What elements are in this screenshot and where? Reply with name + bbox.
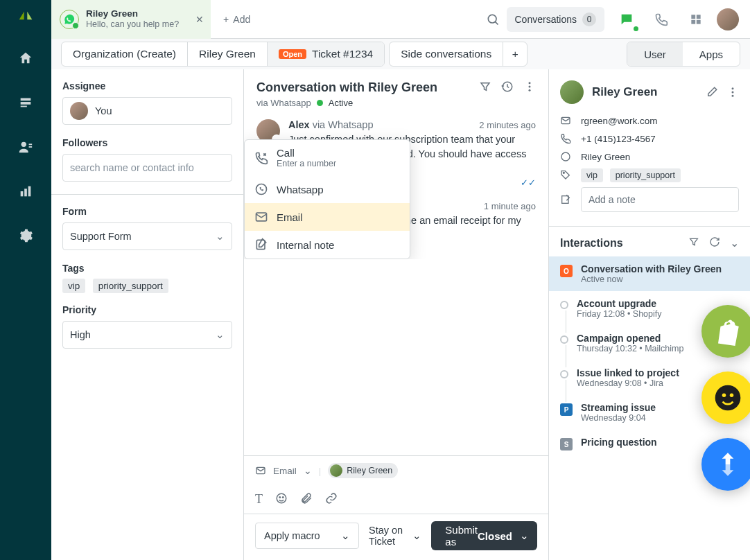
svg-rect-11 bbox=[697, 15, 701, 19]
reply-channel[interactable]: Email bbox=[273, 466, 297, 476]
phone-icon bbox=[560, 133, 573, 144]
conversations-dropdown[interactable]: Conversations 0 bbox=[507, 7, 605, 32]
svg-point-16 bbox=[529, 89, 531, 91]
nav-home[interactable] bbox=[12, 44, 40, 72]
email-icon bbox=[255, 465, 266, 476]
chevron-down-icon[interactable]: ⌄ bbox=[304, 465, 312, 476]
tab-apps[interactable]: Apps bbox=[683, 42, 740, 66]
tag-icon bbox=[560, 169, 573, 180]
tag-item[interactable]: vip bbox=[581, 168, 603, 182]
apply-macro-select[interactable]: Apply macro ⌄ bbox=[255, 523, 359, 549]
nav-customers[interactable] bbox=[12, 133, 40, 161]
chevron-down-icon[interactable]: ⌄ bbox=[730, 236, 739, 250]
svg-point-31 bbox=[715, 385, 741, 411]
svg-point-33 bbox=[730, 394, 734, 398]
tag-item[interactable]: vip bbox=[62, 279, 85, 293]
refresh-icon[interactable] bbox=[709, 236, 720, 250]
tag-item[interactable]: priority_support bbox=[93, 279, 168, 293]
channel-option-whatsapp[interactable]: Whatsapp bbox=[245, 175, 410, 203]
assignee-select[interactable]: You bbox=[62, 97, 232, 125]
edit-icon[interactable] bbox=[706, 86, 718, 98]
submit-button[interactable]: Submit as Closed ⌄ bbox=[431, 521, 537, 550]
followers-input[interactable]: search name or contact info bbox=[62, 154, 232, 182]
tab-ticket[interactable]: Open Ticket #1234 bbox=[268, 42, 384, 66]
tag-item[interactable]: priority_support bbox=[610, 168, 681, 182]
tab-requester[interactable]: Riley Green bbox=[188, 42, 268, 66]
priority-label: Priority bbox=[62, 304, 232, 315]
svg-point-29 bbox=[563, 172, 564, 173]
conversations-count: 0 bbox=[582, 12, 596, 26]
conversation-panel: Conversation with Riley Green via Whatsa… bbox=[244, 69, 549, 560]
jira-bubble[interactable] bbox=[701, 438, 750, 491]
svg-rect-2 bbox=[21, 106, 27, 107]
pending-status-icon: P bbox=[560, 403, 573, 416]
customer-email[interactable]: rgreen@work.com bbox=[581, 116, 658, 126]
channel-option-email[interactable]: Email bbox=[245, 203, 410, 231]
svg-point-3 bbox=[21, 142, 26, 147]
channel-option-internal-note[interactable]: Internal note bbox=[245, 231, 410, 259]
form-select[interactable]: Support Form ⌄ bbox=[62, 222, 232, 250]
note-icon bbox=[560, 194, 573, 205]
apps-grid-icon[interactable] bbox=[682, 6, 710, 33]
tags-container[interactable]: vip priority_support bbox=[62, 279, 232, 292]
customer-phone[interactable]: +1 (415)123-4567 bbox=[581, 134, 656, 144]
ticket-status-badge: Open bbox=[279, 49, 306, 59]
timeline-dot-icon bbox=[560, 301, 568, 309]
customer-avatar bbox=[560, 80, 584, 104]
add-note-input[interactable]: Add a note bbox=[581, 187, 739, 212]
add-tab-button[interactable]: + Add bbox=[211, 14, 263, 25]
link-icon[interactable] bbox=[325, 492, 338, 507]
brand-logo bbox=[16, 8, 35, 28]
conversation-title: Conversation with Riley Green bbox=[256, 80, 437, 95]
priority-select[interactable]: High ⌄ bbox=[62, 321, 232, 349]
interaction-item[interactable]: O Conversation with Riley GreenActive no… bbox=[549, 256, 750, 291]
divider bbox=[51, 194, 243, 195]
nav-views[interactable] bbox=[12, 89, 40, 116]
svg-rect-8 bbox=[28, 186, 31, 197]
attachment-icon[interactable] bbox=[300, 492, 313, 507]
tags-label: Tags bbox=[62, 263, 232, 274]
add-side-conversation[interactable]: + bbox=[503, 42, 527, 66]
nav-admin[interactable] bbox=[12, 222, 40, 250]
conversation-via: via Whatsapp bbox=[256, 98, 311, 108]
customer-whatsapp[interactable]: Riley Green bbox=[581, 152, 630, 162]
mailchimp-bubble[interactable] bbox=[701, 371, 750, 424]
emoji-icon[interactable] bbox=[275, 492, 288, 507]
composer: Email ⌄ | Riley Green T bbox=[244, 455, 548, 560]
right-panel-tabs: User Apps bbox=[627, 42, 740, 67]
tab-organization[interactable]: Organization (Create) bbox=[62, 42, 188, 66]
stay-on-ticket-select[interactable]: Stay on Ticket ⌄ bbox=[369, 525, 421, 547]
shopify-bubble[interactable] bbox=[701, 305, 750, 358]
open-ticket-tab[interactable]: Riley Green Hello, can you help me? ✕ bbox=[51, 0, 211, 39]
whatsapp-icon bbox=[560, 151, 573, 162]
svg-point-32 bbox=[722, 394, 726, 398]
more-icon[interactable] bbox=[523, 80, 536, 93]
email-icon bbox=[560, 115, 573, 126]
user-avatar[interactable] bbox=[717, 8, 739, 30]
conversation-status: Active bbox=[329, 98, 353, 108]
chevron-down-icon[interactable]: ⌄ bbox=[520, 530, 529, 542]
svg-rect-10 bbox=[691, 15, 695, 19]
tab-user[interactable]: User bbox=[627, 42, 683, 66]
reply-recipient-chip[interactable]: Riley Green bbox=[328, 463, 398, 478]
nav-reports[interactable] bbox=[12, 177, 40, 205]
channel-option-call[interactable]: CallEnter a number bbox=[245, 140, 410, 175]
svg-point-26 bbox=[732, 95, 734, 97]
close-tab-icon[interactable]: ✕ bbox=[195, 14, 204, 25]
svg-point-28 bbox=[561, 152, 570, 161]
context-tabs-row: Organization (Create) Riley Green Open T… bbox=[51, 39, 750, 69]
history-icon[interactable] bbox=[501, 80, 514, 93]
call-status-icon[interactable] bbox=[647, 6, 675, 33]
whatsapp-icon bbox=[60, 10, 79, 29]
filter-icon[interactable] bbox=[688, 236, 699, 250]
open-status-icon: O bbox=[560, 265, 573, 277]
integration-bubbles bbox=[701, 305, 750, 491]
chat-status-icon[interactable] bbox=[613, 6, 640, 33]
phone-icon bbox=[254, 151, 268, 165]
search-button[interactable] bbox=[479, 6, 507, 33]
tab-side-conversations[interactable]: Side conversations bbox=[390, 42, 503, 66]
more-icon[interactable] bbox=[726, 86, 739, 98]
text-format-icon[interactable]: T bbox=[255, 492, 263, 507]
filter-icon[interactable] bbox=[479, 80, 491, 93]
solved-status-icon: S bbox=[560, 438, 573, 450]
